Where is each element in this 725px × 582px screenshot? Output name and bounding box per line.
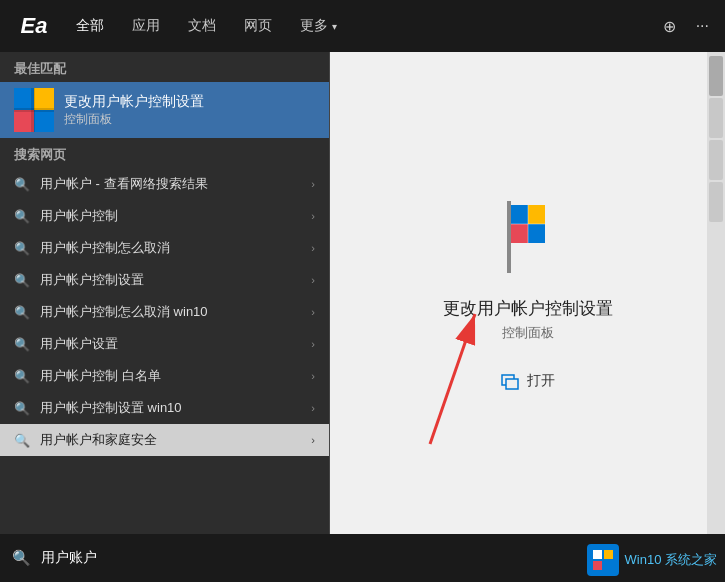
search-result-icon-3: 🔍 bbox=[14, 272, 30, 288]
watermark-icon bbox=[587, 544, 619, 576]
nav-tabs: 全部 应用 文档 网页 更多 ▾ bbox=[62, 0, 653, 52]
search-result-8[interactable]: 🔍 用户帐户和家庭安全 › bbox=[0, 424, 329, 456]
svg-rect-8 bbox=[528, 205, 545, 224]
web-section-label: 搜索网页 bbox=[0, 138, 329, 168]
search-result-text-7: 用户帐户控制设置 win10 bbox=[40, 399, 301, 417]
bottom-search-bar: 🔍 Win10 系统之家 bbox=[0, 534, 725, 582]
search-result-text-5: 用户帐户设置 bbox=[40, 335, 301, 353]
search-result-text-6: 用户帐户控制 白名单 bbox=[40, 367, 301, 385]
search-result-text-2: 用户帐户控制怎么取消 bbox=[40, 239, 301, 257]
open-button[interactable]: 打开 bbox=[501, 372, 555, 390]
chevron-right-icon-2: › bbox=[311, 242, 315, 254]
nav-tab-docs[interactable]: 文档 bbox=[174, 0, 230, 52]
chevron-right-icon-5: › bbox=[311, 338, 315, 350]
detail-flag-icon bbox=[488, 197, 568, 277]
uac-flag-icon-detail bbox=[493, 199, 563, 275]
nav-tab-more[interactable]: 更多 ▾ bbox=[286, 0, 351, 52]
nav-tab-docs-label: 文档 bbox=[188, 17, 216, 35]
svg-line-16 bbox=[430, 314, 475, 444]
search-result-icon-2: 🔍 bbox=[14, 240, 30, 256]
svg-rect-17 bbox=[593, 550, 602, 559]
watermark-text: Win10 系统之家 bbox=[625, 551, 717, 569]
best-match-text: 更改用户帐户控制设置 控制面板 bbox=[64, 93, 204, 128]
svg-rect-14 bbox=[506, 379, 518, 389]
search-result-text-8: 用户帐户和家庭安全 bbox=[40, 431, 301, 449]
best-match-subtitle: 控制面板 bbox=[64, 111, 204, 128]
nav-tab-apps[interactable]: 应用 bbox=[118, 0, 174, 52]
svg-rect-1 bbox=[34, 88, 54, 110]
chevron-right-icon-6: › bbox=[311, 370, 315, 382]
search-result-text-3: 用户帐户控制设置 bbox=[40, 271, 301, 289]
search-result-0[interactable]: 🔍 用户帐户 - 查看网络搜索结果 › bbox=[0, 168, 329, 200]
nav-tab-all-label: 全部 bbox=[76, 17, 104, 35]
nav-tab-apps-label: 应用 bbox=[132, 17, 160, 35]
svg-rect-3 bbox=[34, 110, 54, 132]
search-result-1[interactable]: 🔍 用户帐户控制 › bbox=[0, 200, 329, 232]
search-result-icon-0: 🔍 bbox=[14, 176, 30, 192]
main-area: 最佳匹配 更改用户帐户控制设置 控制面板 搜索网页 bbox=[0, 52, 725, 534]
chevron-right-icon-3: › bbox=[311, 274, 315, 286]
nav-tab-all[interactable]: 全部 bbox=[62, 0, 118, 52]
search-result-text-0: 用户帐户 - 查看网络搜索结果 bbox=[40, 175, 301, 193]
chevron-right-icon-4: › bbox=[311, 306, 315, 318]
search-result-icon-6: 🔍 bbox=[14, 368, 30, 384]
bottom-search-icon: 🔍 bbox=[12, 549, 31, 567]
svg-rect-20 bbox=[604, 561, 613, 570]
nav-logo: Ea bbox=[10, 2, 58, 50]
search-result-7[interactable]: 🔍 用户帐户控制设置 win10 › bbox=[0, 392, 329, 424]
svg-rect-6 bbox=[507, 201, 511, 273]
chevron-right-icon-0: › bbox=[311, 178, 315, 190]
best-match-section-label: 最佳匹配 bbox=[0, 52, 329, 82]
side-tab-3[interactable] bbox=[709, 140, 723, 180]
search-result-icon-4: 🔍 bbox=[14, 304, 30, 320]
search-result-icon-1: 🔍 bbox=[14, 208, 30, 224]
side-tab-1[interactable] bbox=[709, 56, 723, 96]
side-tab-2[interactable] bbox=[709, 98, 723, 138]
best-match-title: 更改用户帐户控制设置 bbox=[64, 93, 204, 111]
nav-right-icons: ⊕ ··· bbox=[657, 11, 715, 42]
detail-title: 更改用户帐户控制设置 bbox=[443, 297, 613, 320]
watermark-label: Win10 系统之家 bbox=[625, 552, 717, 567]
search-result-4[interactable]: 🔍 用户帐户控制怎么取消 win10 › bbox=[0, 296, 329, 328]
search-result-icon-7: 🔍 bbox=[14, 400, 30, 416]
search-result-5[interactable]: 🔍 用户帐户设置 › bbox=[0, 328, 329, 360]
open-label: 打开 bbox=[527, 372, 555, 390]
chevron-right-icon-1: › bbox=[311, 210, 315, 222]
nav-tab-web[interactable]: 网页 bbox=[230, 0, 286, 52]
best-match-item[interactable]: 更改用户帐户控制设置 控制面板 bbox=[0, 82, 329, 138]
top-nav: Ea 全部 应用 文档 网页 更多 ▾ ⊕ ··· bbox=[0, 0, 725, 52]
more-options-button[interactable]: ··· bbox=[690, 11, 715, 41]
best-match-icon bbox=[14, 90, 54, 130]
svg-rect-9 bbox=[511, 224, 528, 243]
uac-flag-icon-large bbox=[14, 88, 54, 132]
open-window-icon bbox=[501, 372, 519, 390]
search-result-2[interactable]: 🔍 用户帐户控制怎么取消 › bbox=[0, 232, 329, 264]
search-result-icon-5: 🔍 bbox=[14, 336, 30, 352]
svg-rect-5 bbox=[14, 108, 54, 112]
left-panel: 最佳匹配 更改用户帐户控制设置 控制面板 搜索网页 bbox=[0, 52, 330, 534]
svg-rect-19 bbox=[593, 561, 602, 570]
svg-rect-18 bbox=[604, 550, 613, 559]
search-result-3[interactable]: 🔍 用户帐户控制设置 › bbox=[0, 264, 329, 296]
side-tab-4[interactable] bbox=[709, 182, 723, 222]
svg-rect-10 bbox=[528, 224, 545, 243]
search-result-text-1: 用户帐户控制 bbox=[40, 207, 301, 225]
watermark: Win10 系统之家 bbox=[587, 544, 717, 576]
chevron-right-icon-7: › bbox=[311, 402, 315, 414]
search-result-6[interactable]: 🔍 用户帐户控制 白名单 › bbox=[0, 360, 329, 392]
chevron-down-icon: ▾ bbox=[332, 21, 337, 32]
chevron-right-icon-8: › bbox=[311, 434, 315, 446]
detail-subtitle: 控制面板 bbox=[502, 324, 554, 342]
search-result-icon-8: 🔍 bbox=[14, 432, 30, 448]
search-icon-button[interactable]: ⊕ bbox=[657, 11, 682, 42]
search-result-text-4: 用户帐户控制怎么取消 win10 bbox=[40, 303, 301, 321]
nav-tab-more-label: 更多 bbox=[300, 17, 328, 35]
nav-tab-web-label: 网页 bbox=[244, 17, 272, 35]
right-panel: 更改用户帐户控制设置 控制面板 打开 bbox=[330, 52, 725, 534]
right-side-tabs bbox=[707, 52, 725, 534]
